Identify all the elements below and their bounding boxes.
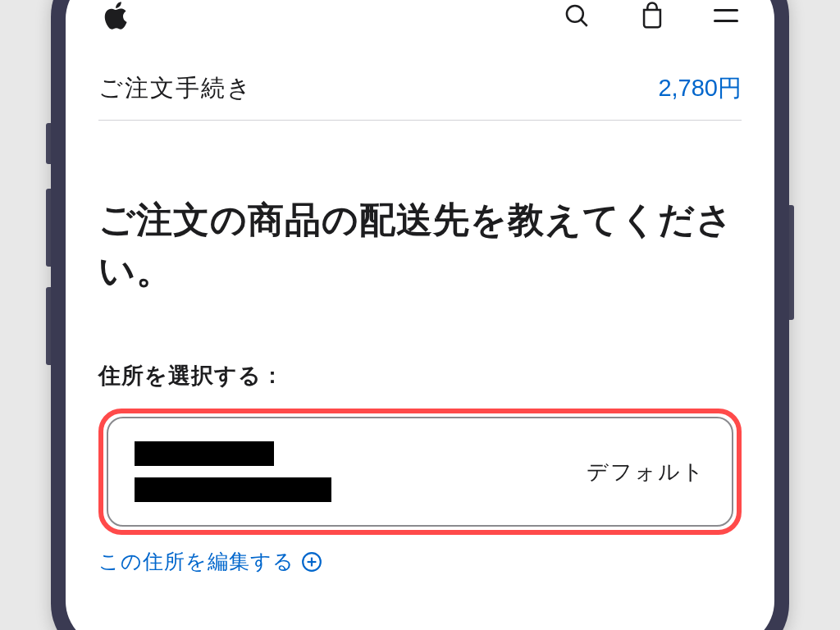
phone-body: ご注文手続き 2,780円 ご注文の商品の配送先を教えてください。 住所を選択す… xyxy=(51,0,789,630)
edit-address-link[interactable]: この住所を編集する xyxy=(98,548,742,575)
checkout-bar: ご注文手続き 2,780円 xyxy=(98,57,742,121)
page-content: ご注文手続き 2,780円 ご注文の商品の配送先を教えてください。 住所を選択す… xyxy=(66,0,774,575)
global-header xyxy=(98,0,742,57)
edit-address-text: この住所を編集する xyxy=(98,548,294,575)
header-right xyxy=(559,0,742,33)
checkout-price-link[interactable]: 2,780円 xyxy=(658,72,742,105)
search-icon[interactable] xyxy=(559,0,594,33)
menu-icon[interactable] xyxy=(710,6,742,25)
screen: ご注文手続き 2,780円 ご注文の商品の配送先を教えてください。 住所を選択す… xyxy=(66,0,774,630)
address-card-highlight: デフォルト xyxy=(98,409,742,535)
address-card[interactable]: デフォルト xyxy=(107,417,733,527)
svg-line-1 xyxy=(581,20,587,26)
page-heading: ご注文の商品の配送先を教えてください。 xyxy=(98,194,742,295)
checkout-label: ご注文手続き xyxy=(98,72,253,105)
address-select-label: 住所を選択する : xyxy=(98,361,742,390)
svg-point-0 xyxy=(567,6,583,22)
redacted-address xyxy=(135,477,331,502)
bag-icon[interactable] xyxy=(635,0,669,33)
default-tag: デフォルト xyxy=(587,458,705,486)
redacted-name xyxy=(135,441,274,466)
plus-circle-icon xyxy=(301,551,322,573)
apple-logo[interactable] xyxy=(98,0,133,33)
phone-power-button xyxy=(789,205,794,320)
address-lines xyxy=(135,441,331,502)
phone-frame: ご注文手続き 2,780円 ご注文の商品の配送先を教えてください。 住所を選択す… xyxy=(51,0,789,630)
